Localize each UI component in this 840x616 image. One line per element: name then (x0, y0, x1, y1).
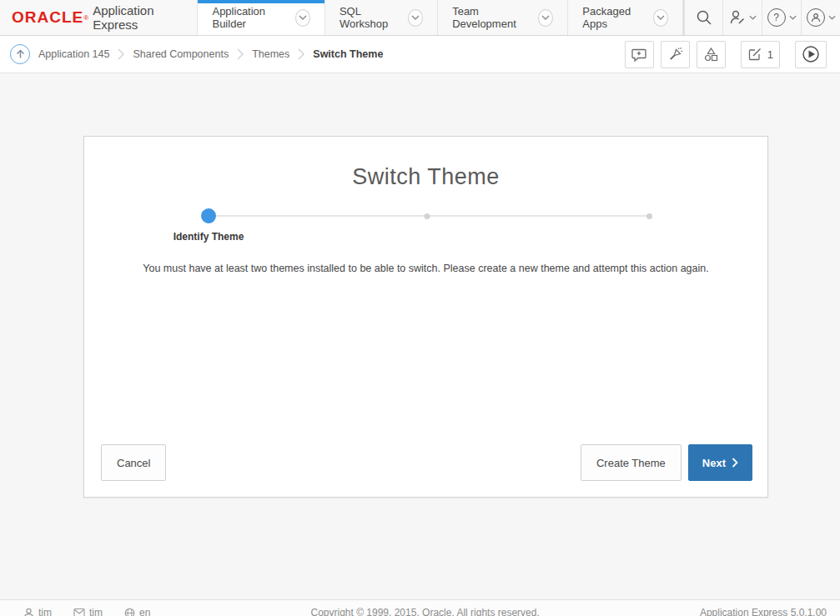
up-level-button[interactable] (10, 44, 30, 64)
chevron-down-icon (789, 15, 797, 20)
breadcrumb-bar: Application 145 Shared Components Themes… (0, 36, 840, 73)
breadcrumb-separator-icon (118, 48, 124, 60)
tab-team-development[interactable]: Team Development (437, 0, 567, 35)
edit-page-number: 1 (767, 48, 773, 61)
footer-workspace: tim (73, 607, 103, 616)
main-tabs: Application Builder SQL Workshop Team De… (197, 0, 683, 35)
breadcrumb-themes[interactable]: Themes (252, 48, 289, 60)
tab-sql-workshop[interactable]: SQL Workshop (324, 0, 437, 35)
tab-packaged-apps[interactable]: Packaged Apps (567, 0, 683, 35)
tab-label: Packaged Apps (582, 5, 646, 30)
administration-menu-button[interactable] (722, 0, 762, 35)
chevron-down-icon[interactable] (408, 9, 423, 27)
cancel-button[interactable]: Cancel (101, 444, 166, 481)
chevron-down-icon[interactable] (295, 9, 310, 27)
tab-application-builder[interactable]: Application Builder (197, 0, 324, 35)
help-icon: ? (767, 8, 786, 27)
flashlight-icon (667, 47, 683, 62)
wizard-button-bar: Cancel Create Theme Next (101, 444, 752, 481)
shared-components-button[interactable] (697, 41, 726, 68)
globe-icon (124, 608, 135, 616)
shapes-icon (703, 47, 719, 62)
create-theme-button[interactable]: Create Theme (581, 444, 682, 481)
top-navigation-bar: ORACLE ® Application Express Application… (0, 0, 840, 36)
help-glyph: ? (773, 12, 779, 23)
tab-label: SQL Workshop (340, 5, 400, 30)
search-icon (696, 9, 712, 26)
tab-label: Application Builder (212, 5, 288, 30)
utility-button-group (625, 41, 726, 68)
chevron-right-icon (732, 458, 738, 468)
footer-language: en (124, 607, 150, 616)
edit-page-icon (747, 47, 762, 62)
search-button[interactable] (683, 0, 722, 35)
edit-page-button[interactable]: 1 (741, 41, 780, 68)
feedback-bubble-icon (631, 48, 647, 62)
chevron-down-icon (749, 15, 757, 20)
wizard-step-2-dot (424, 213, 430, 219)
run-page-button[interactable] (795, 41, 827, 68)
theme-roller-button[interactable] (661, 41, 690, 68)
wizard-step-label: Identify Theme (125, 231, 292, 243)
brand-logo[interactable]: ORACLE ® Application Express (0, 0, 197, 35)
footer-copyright: Copyright © 1999, 2015, Oracle. All righ… (150, 607, 700, 616)
help-menu-button[interactable]: ? (762, 0, 801, 35)
main-content: Switch Theme Identify Theme You must hav… (0, 136, 840, 616)
switch-theme-wizard-card: Switch Theme Identify Theme You must hav… (83, 136, 768, 498)
chevron-down-icon (828, 15, 836, 20)
chevron-down-icon[interactable] (538, 9, 553, 27)
wizard-progress (201, 208, 652, 223)
breadcrumb-current-switch-theme: Switch Theme (313, 48, 383, 60)
oracle-logo: ORACLE (12, 8, 83, 27)
footer-version: Application Express 5.0.1.00 (700, 607, 827, 616)
footer-language-code: en (139, 607, 150, 616)
breadcrumb: Application 145 Shared Components Themes… (38, 48, 383, 60)
page-title: Switch Theme (84, 164, 767, 190)
admin-wrench-user-icon (729, 9, 746, 26)
user-account-icon (807, 8, 825, 27)
next-button[interactable]: Next (688, 444, 752, 481)
page-toolbar: 1 (625, 41, 832, 68)
next-button-label: Next (702, 457, 726, 469)
breadcrumb-separator-icon (298, 48, 304, 60)
footer-bar: tim tim en Copyright © 1999, 2015, Oracl… (0, 599, 840, 616)
chevron-down-icon[interactable] (653, 9, 668, 27)
registered-mark: ® (83, 14, 88, 22)
footer-workspace-name: tim (89, 607, 103, 616)
wizard-step-3-dot (646, 213, 652, 219)
user-icon (23, 608, 34, 616)
breadcrumb-separator-icon (237, 48, 244, 60)
footer-user: tim (23, 607, 52, 616)
wizard-message: You must have at least two themes instal… (84, 263, 767, 274)
footer-session-info: tim tim en (23, 607, 150, 616)
breadcrumb-shared-components[interactable]: Shared Components (133, 48, 229, 60)
envelope-icon (73, 608, 85, 616)
wizard-step-1-dot-current (201, 208, 216, 223)
run-play-icon (802, 45, 820, 63)
breadcrumb-application[interactable]: Application 145 (38, 48, 109, 60)
footer-username: tim (38, 607, 52, 616)
account-menu-button[interactable] (801, 0, 840, 35)
brand-suffix: Application Express (93, 3, 180, 32)
feedback-button[interactable] (625, 41, 654, 68)
tab-label: Team Development (452, 5, 531, 30)
header-icon-group: ? (683, 0, 840, 35)
